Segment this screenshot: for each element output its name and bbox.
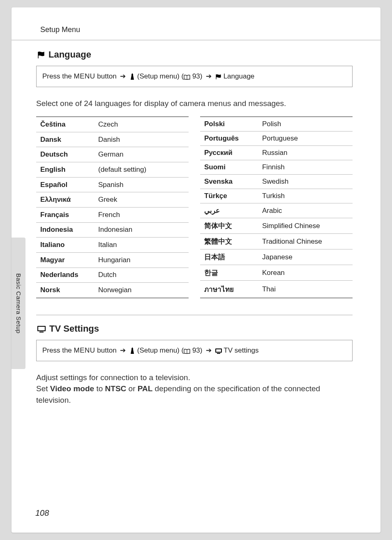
wrench-icon: [129, 72, 135, 80]
path-setup: (Setup menu) (: [135, 346, 184, 354]
lang-native: عربي: [200, 203, 258, 218]
table-row: IndonesiaIndonesian: [36, 222, 189, 238]
lang-native: 简体中文: [200, 218, 258, 234]
book-icon: [184, 72, 190, 80]
lang-english: Greek: [94, 192, 189, 208]
lang-native: Magyar: [36, 252, 94, 268]
lang-english: Finnish: [258, 160, 353, 175]
menu-button-label: MENU: [74, 72, 95, 80]
lang-english: Czech: [94, 117, 189, 132]
lang-english: Spanish: [94, 177, 189, 192]
svg-rect-3: [39, 332, 44, 332]
lang-english: Traditional Chinese: [258, 234, 353, 249]
table-row: English(default setting): [36, 162, 189, 178]
tv-intro: Adjust settings for connection to a tele…: [36, 372, 353, 406]
lang-english: Arabic: [258, 203, 353, 218]
path-prefix: Press the: [42, 346, 74, 354]
page-number: 108: [35, 508, 49, 518]
lang-english: Russian: [258, 146, 353, 160]
tv-intro-set: Set: [36, 384, 50, 393]
path-button-word: button: [95, 72, 119, 80]
tv-path-box: Press the MENU button ➔ (Setup menu) ( 9…: [36, 340, 353, 361]
lang-native: 한글: [200, 265, 258, 281]
table-row: TürkçeTurkish: [200, 189, 353, 203]
language-intro: Select one of 24 languages for display o…: [36, 98, 353, 109]
wrench-icon: [129, 346, 135, 354]
table-row: 한글Korean: [200, 265, 353, 281]
svg-rect-7: [217, 353, 220, 354]
table-row: MagyarHungarian: [36, 252, 189, 268]
table-row: ČeštinaCzech: [36, 117, 189, 132]
header-title: Setup Menu: [40, 25, 80, 34]
lang-native: ภาษาไทย: [200, 281, 258, 298]
arrow-icon: ➔: [206, 346, 212, 354]
page-content: Language Press the MENU button ➔ (Setup …: [12, 40, 380, 406]
side-tab-label: Basic Camera Setup: [15, 273, 22, 334]
lang-english: Indonesian: [94, 222, 189, 238]
path-end: TV settings: [222, 346, 258, 354]
lang-native: Français: [36, 208, 94, 223]
page-header: Setup Menu: [12, 7, 380, 40]
path-button-word: button: [95, 346, 119, 354]
table-row: ΕλληνικάGreek: [36, 192, 189, 208]
lang-english: French: [94, 208, 189, 223]
table-row: PolskiPolish: [200, 117, 353, 132]
path-ref: 93): [190, 346, 204, 354]
table-row: SvenskaSwedish: [200, 175, 353, 189]
lang-english: Korean: [258, 265, 353, 281]
language-heading-text: Language: [48, 49, 91, 60]
lang-native: Português: [200, 132, 258, 146]
lang-native: Čeština: [36, 117, 94, 132]
lang-native: Русский: [200, 146, 258, 160]
path-prefix: Press the: [42, 72, 74, 80]
language-heading: Language: [37, 49, 353, 60]
lang-english: Swedish: [258, 175, 353, 189]
arrow-icon: ➔: [120, 346, 126, 354]
table-row: NorskNorwegian: [36, 283, 189, 298]
tv-intro-to: to: [94, 384, 105, 393]
lang-native: Italiano: [36, 238, 94, 253]
lang-english: Simplified Chinese: [258, 218, 353, 234]
path-ref: 93): [190, 72, 204, 80]
lang-native: Türkçe: [200, 189, 258, 203]
arrow-icon: ➔: [120, 72, 126, 80]
lang-native: Polski: [200, 117, 258, 132]
tv-intro-line1: Adjust settings for connection to a tele…: [36, 373, 190, 382]
tv-icon: [215, 346, 222, 354]
table-row: EspañolSpanish: [36, 177, 189, 192]
tv-ntsc: NTSC: [105, 384, 127, 393]
lang-native: Deutsch: [36, 147, 94, 162]
lang-english: Japanese: [258, 249, 353, 265]
language-table-right: PolskiPolishPortuguêsPortugueseРусскийRu…: [200, 116, 353, 298]
lang-native: Dansk: [36, 132, 94, 147]
lang-english: Danish: [94, 132, 189, 147]
path-setup: (Setup menu) (: [135, 72, 184, 80]
table-row: NederlandsDutch: [36, 268, 189, 283]
lang-english: Portuguese: [258, 132, 353, 146]
lang-english: Italian: [94, 238, 189, 253]
lang-native: 日本語: [200, 249, 258, 265]
lang-native: Suomi: [200, 160, 258, 175]
lang-native: Svenska: [200, 175, 258, 189]
flag-icon: [37, 50, 45, 60]
table-row: PortuguêsPortuguese: [200, 132, 353, 146]
table-row: SuomiFinnish: [200, 160, 353, 175]
arrow-icon: ➔: [206, 72, 212, 80]
table-row: DanskDanish: [36, 132, 189, 147]
tv-videomode: Video mode: [50, 384, 94, 393]
book-icon: [184, 346, 190, 354]
manual-page: Setup Menu Language Press the MENU butto…: [12, 7, 380, 533]
tv-heading-text: TV Settings: [49, 323, 99, 334]
lang-native: 繁體中文: [200, 234, 258, 249]
tv-pal: PAL: [138, 384, 153, 393]
tv-intro-or: or: [126, 384, 137, 393]
section-divider: [36, 315, 353, 315]
table-row: DeutschGerman: [36, 147, 189, 162]
svg-rect-6: [216, 349, 221, 352]
tv-heading: TV Settings: [37, 323, 353, 334]
tv-icon: [37, 324, 46, 334]
lang-english: Turkish: [258, 189, 353, 203]
lang-native: Norsk: [36, 283, 94, 298]
lang-english: (default setting): [94, 162, 189, 178]
svg-rect-2: [38, 327, 45, 330]
